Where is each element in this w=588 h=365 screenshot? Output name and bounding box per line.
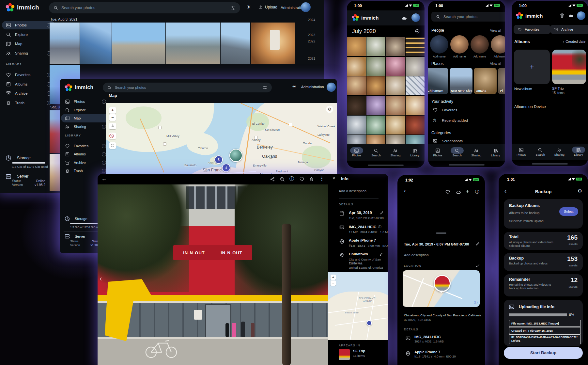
place-card[interactable]: Near North Side: [450, 68, 472, 94]
filter-icon[interactable]: [263, 85, 267, 90]
home-indicator[interactable]: [532, 163, 568, 165]
zoom-in-button[interactable]: +: [109, 107, 116, 114]
add-to-album-plus-icon[interactable]: +: [466, 188, 469, 194]
map-info-icon[interactable]: ⓘ: [474, 300, 478, 306]
search-bar[interactable]: Search your photos: [103, 83, 272, 92]
nav-search[interactable]: Search: [448, 148, 466, 157]
theme-toggle-sun-icon[interactable]: ☀: [292, 84, 296, 89]
info-icon[interactable]: i: [102, 125, 106, 129]
add-description-field[interactable]: Add description...: [404, 253, 432, 257]
nav-search[interactable]: Search: [367, 148, 385, 157]
add-name-label[interactable]: Add name: [491, 55, 505, 58]
filter-icon[interactable]: [231, 6, 236, 10]
favorite-heart-icon[interactable]: [445, 189, 450, 195]
nav-search[interactable]: Search: [532, 148, 549, 156]
avatar[interactable]: [301, 2, 311, 12]
archive-button[interactable]: Archive: [550, 25, 588, 34]
new-album-card[interactable]: +: [514, 50, 550, 84]
photo-thumbnail[interactable]: [347, 57, 366, 76]
face-avatar[interactable]: [450, 35, 469, 54]
edit-pencil-icon[interactable]: [476, 242, 480, 246]
map-settings-gear-icon[interactable]: ⚙: [326, 106, 333, 113]
close-icon[interactable]: ×: [333, 175, 335, 181]
place-card[interactable]: Chinatown: [428, 68, 448, 94]
home-indicator[interactable]: [368, 165, 404, 166]
sidebar-item-explore[interactable]: Explore: [61, 106, 110, 114]
minimap-zoom-in[interactable]: +: [331, 275, 336, 280]
nav-library[interactable]: Library: [570, 148, 587, 156]
nav-sharing[interactable]: Sharing: [550, 148, 568, 156]
cloud-sync-icon[interactable]: [401, 15, 408, 21]
photo-thumbnail[interactable]: [406, 57, 425, 76]
sidebar-item-photos[interactable]: Photosi: [2, 21, 55, 29]
photo-thumbnail[interactable]: [366, 76, 385, 95]
photo-thumbnail[interactable]: [366, 116, 385, 135]
add-name-label[interactable]: Add name: [450, 55, 469, 58]
photo-thumbnail[interactable]: [347, 96, 366, 115]
nav-library[interactable]: Library: [487, 148, 504, 157]
location-map-card[interactable]: ⓘ: [403, 270, 480, 307]
info-circle-icon[interactable]: ⓘ: [475, 189, 479, 195]
trash-icon[interactable]: [559, 13, 565, 18]
photo-thumbnail[interactable]: [406, 37, 425, 56]
cloud-sync-icon[interactable]: [568, 12, 574, 19]
places-view-all[interactable]: View all: [490, 62, 501, 66]
info-icon[interactable]: i: [102, 144, 106, 148]
layers-off-button[interactable]: ⃠: [109, 133, 116, 139]
people-view-all[interactable]: View all: [490, 29, 501, 32]
photo-thumbnail[interactable]: [366, 96, 385, 115]
file-info-icon[interactable]: ⓘ: [378, 225, 381, 229]
edit-pencil-icon[interactable]: [379, 211, 384, 215]
photo-thumbnail[interactable]: [112, 23, 165, 64]
photo-thumbnail[interactable]: [386, 96, 405, 115]
sidebar-item-map[interactable]: Map: [2, 40, 55, 48]
avatar[interactable]: [577, 11, 585, 20]
edit-pencil-icon[interactable]: [476, 263, 480, 267]
photo-thumbnail[interactable]: [347, 76, 366, 95]
photo-thumbnail[interactable]: [386, 116, 405, 135]
photo-thumbnail[interactable]: [386, 37, 405, 56]
nav-library[interactable]: Library: [406, 148, 424, 157]
nav-photos[interactable]: Photos: [429, 148, 447, 157]
favorites-button[interactable]: Favorites: [514, 25, 551, 34]
delete-icon[interactable]: [309, 177, 314, 182]
photo-main[interactable]: IN-N-OUT IN-N-OUT ‹: [98, 184, 328, 365]
locate-button[interactable]: [109, 123, 116, 129]
search-input[interactable]: Search your photos: [431, 12, 505, 22]
photo-thumbnail[interactable]: [251, 23, 295, 64]
info-icon[interactable]: i: [102, 100, 106, 104]
nav-sharing[interactable]: Sharing: [468, 148, 485, 157]
select-button[interactable]: Select: [559, 207, 578, 216]
zoom-icon[interactable]: [280, 177, 285, 182]
nav-photos[interactable]: Photos: [512, 148, 530, 156]
nav-sharing[interactable]: Sharing: [387, 148, 404, 157]
album-link-row[interactable]: SF Trip 15 items: [339, 349, 365, 360]
photo-thumbnail[interactable]: [366, 57, 385, 76]
avatar[interactable]: [411, 13, 420, 22]
sidebar-item-favorites[interactable]: Favoritesi: [2, 71, 55, 79]
location-minimap[interactable]: FISHERMAN'S WHARF Beach Street + −: [328, 272, 388, 340]
sheet-drag-handle[interactable]: [436, 232, 446, 234]
photo-thumbnail[interactable]: [347, 116, 366, 135]
theme-toggle-sun-icon[interactable]: ☀: [246, 4, 251, 10]
fullscreen-button[interactable]: [109, 142, 116, 149]
add-description-field[interactable]: Add a description: [339, 189, 366, 193]
settings-gear-icon[interactable]: ⚙: [578, 188, 582, 194]
administration-link[interactable]: Administration: [301, 85, 324, 89]
info-icon[interactable]: i: [102, 161, 106, 165]
photo-thumbnail[interactable]: [386, 57, 405, 76]
search-bar[interactable]: Search your photos: [49, 2, 240, 13]
photo-thumbnail[interactable]: [50, 23, 80, 64]
face-avatar[interactable]: [471, 35, 489, 54]
map-cluster-marker[interactable]: 4: [222, 164, 230, 172]
photo-thumbnail[interactable]: [406, 96, 425, 115]
face-avatar[interactable]: [491, 35, 505, 54]
minimap-zoom-out[interactable]: −: [331, 280, 336, 286]
info-icon[interactable]: i: [102, 169, 106, 173]
nav-photos[interactable]: Photos: [348, 148, 365, 157]
photo-thumbnail[interactable]: [406, 76, 425, 95]
favorite-heart-icon[interactable]: [299, 177, 304, 182]
avatar[interactable]: [327, 83, 336, 92]
sidebar-item-sharing[interactable]: Sharingi: [2, 49, 55, 57]
prev-photo-chevron[interactable]: ‹: [100, 275, 102, 283]
